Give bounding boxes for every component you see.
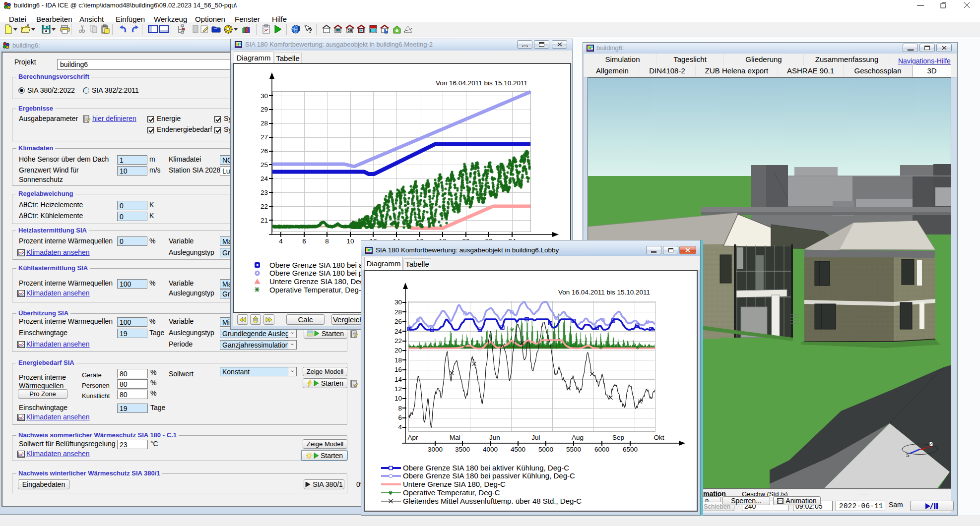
svg-text:?: ? [308,27,312,34]
svg-text:Mai: Mai [450,434,460,441]
svg-text:Gleitendes Mittel Aussenluftte: Gleitendes Mittel Aussenlufttemp. über 4… [403,497,582,505]
svg-text:5500: 5500 [566,446,581,453]
svg-text:6000: 6000 [594,446,609,453]
svg-text:DE: DE [348,29,353,32]
svg-text:30: 30 [394,298,402,306]
svg-text:S: S [906,453,910,458]
svg-text:12: 12 [394,385,402,393]
svg-text:26: 26 [394,318,402,325]
svg-text:28: 28 [394,308,402,316]
svg-text:14: 14 [394,376,402,383]
svg-text:10: 10 [394,395,402,402]
svg-text:Aug: Aug [572,434,584,441]
svg-text:10: 10 [346,237,354,245]
svg-text:18: 18 [394,356,402,364]
svg-text:Jul: Jul [531,434,540,441]
svg-text:4500: 4500 [511,446,525,453]
svg-text:30: 30 [261,92,268,100]
svg-text:29: 29 [261,106,268,113]
svg-text:4: 4 [279,237,283,245]
svg-text:24: 24 [261,175,268,182]
svg-text:Untere Grenze SIA 180, Deg-C: Untere Grenze SIA 180, Deg-C [403,480,506,488]
svg-text:8: 8 [325,237,329,245]
svg-text:6500: 6500 [623,446,638,453]
svg-text:4: 4 [398,423,402,431]
svg-text:8: 8 [398,405,402,412]
svg-text:26: 26 [261,147,268,155]
svg-text:24: 24 [394,328,402,335]
svg-text:23: 23 [261,189,268,196]
svg-text:Von 16.04.2011 bis 15.10.2011: Von 16.04.2011 bis 15.10.2011 [436,79,527,87]
svg-text:21: 21 [261,217,268,224]
svg-text:Okt: Okt [653,434,664,441]
svg-text:5000: 5000 [538,446,553,453]
svg-text:Apr: Apr [407,434,418,441]
svg-text:3000: 3000 [428,446,443,453]
svg-text:Jun: Jun [489,434,500,441]
svg-text:Obere Grenze SIA 180 bei aktiv: Obere Grenze SIA 180 bei aktiver Kühlung… [403,464,569,472]
svg-text:Operative Temperatur, Deg-C: Operative Temperatur, Deg-C [403,488,500,497]
svg-text:3500: 3500 [455,446,470,453]
svg-text:Untere Grenze SIA 180, Deg-C: Untere Grenze SIA 180, Deg-C [269,277,372,286]
svg-text:6: 6 [398,414,402,421]
svg-text:6: 6 [302,237,306,245]
svg-text:25: 25 [261,161,268,169]
svg-text:4000: 4000 [483,446,498,453]
svg-text:Obere Grenze SIA 180 bei passi: Obere Grenze SIA 180 bei passiver Kühlun… [403,471,575,480]
svg-text:Operative Temperatur, Deg-C: Operative Temperatur, Deg-C [269,286,367,294]
svg-text:22: 22 [261,203,268,210]
svg-text:22: 22 [394,337,402,345]
svg-text:20: 20 [394,347,402,354]
svg-text:Von 16.04.2011 bis 15.10.2011: Von 16.04.2011 bis 15.10.2011 [558,289,650,296]
svg-text:16: 16 [394,366,402,373]
svg-text:27: 27 [261,133,268,141]
svg-text:28: 28 [261,119,268,127]
svg-text:Sep: Sep [612,434,624,441]
